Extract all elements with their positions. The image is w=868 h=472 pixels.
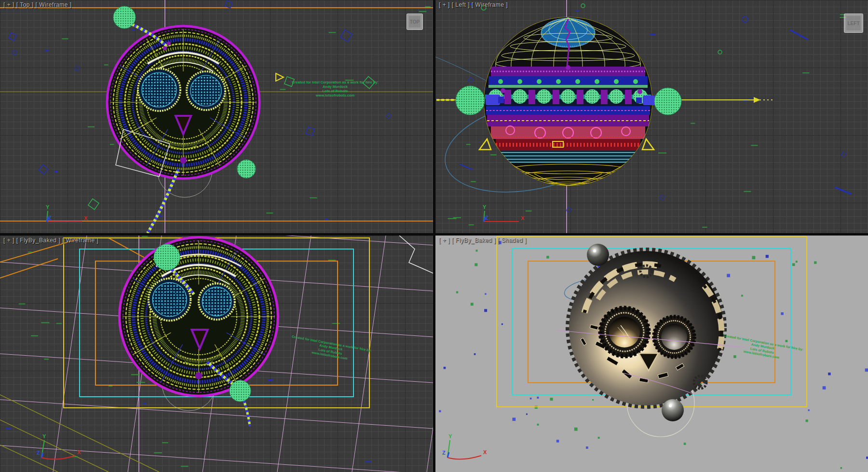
yellow-arrow-marker [276,73,284,81]
left-eye [599,307,650,357]
viewport-label[interactable]: [ + ] [ Top ] [ Wireframe ] [3,1,72,8]
white-curve [399,236,433,273]
viewport-label[interactable]: [ + ] [ FlyBy_Baked ] [ Wireframe ] [3,237,98,244]
connector-right [643,96,655,105]
green-dotted-sphere [456,86,485,115]
axis-x-label: X [521,215,525,221]
viewcube-face-label: TOP [410,19,420,25]
axis-x-label: X [84,215,88,221]
viewport-top[interactable]: Y X Z [ + ] [ Top ] [ Wireframe ] TOP Cr… [0,0,433,233]
axis-z-label: Z [485,215,488,221]
axis-tripod: Y X Z [483,204,525,222]
axis-x-label: X [77,449,81,455]
left-eye [138,69,180,111]
axis-tripod: Y X Z [442,433,487,459]
connector-left [486,95,500,105]
viewcube-face-label: LEFT [848,21,860,26]
shiny-ball-bottom [662,399,684,421]
axis-y-label: Y [46,204,50,210]
green-dotted-sphere [230,380,251,402]
green-dotted-sphere [154,244,180,270]
green-dotted-sphere [113,6,136,28]
right-eye [187,71,225,110]
axis-y-label: Y [42,433,46,439]
axis-z-label: Z [48,215,52,221]
green-dotted-sphere [237,160,256,178]
viewcube[interactable]: LEFT [844,14,863,33]
axis-y-label: Y [448,433,452,439]
axis-tripod: Y X Z [46,204,88,222]
mothership-left-view [484,17,652,186]
shiny-ball-top [587,244,609,266]
scene-left-view: Y X Z [435,0,868,233]
scene-top-view: Y X Z [0,0,433,233]
viewport-left[interactable]: Y X Z [ + ] [ Left ] [ Wireframe ] LEFT [435,0,868,233]
mothership-top-view [107,26,259,179]
viewport-flyby-wireframe[interactable]: Y X Z [ + ] [ FlyBy_Baked ] [ Wireframe … [0,236,433,472]
viewport-label[interactable]: [ + ] [ Left ] [ Wireframe ] [439,1,508,8]
right-eye [199,283,235,319]
ground-lines [0,395,159,472]
axis-z-label: Z [442,450,446,456]
right-eye [653,316,695,358]
axis-x-label: X [483,449,487,455]
axis-y-label: Y [483,204,487,210]
viewport-label[interactable]: [ + ] [ FlyBy_Baked ] [ Shaded ] [439,237,527,244]
axis-z-label: Z [37,450,40,456]
green-dotted-sphere [654,88,681,115]
watermark-text: Created for Intel Corporation as a work … [289,80,381,97]
viewport-flyby-shaded[interactable]: Y X Z [ + ] [ FlyBy_Baked ] [ Shaded ] C… [435,236,868,472]
viewport-grid: Y X Z [ + ] [ Top ] [ Wireframe ] TOP Cr… [0,0,868,472]
mothership-camera-view [120,237,278,396]
trajectory-bottom [148,169,178,233]
viewcube[interactable]: TOP [407,14,423,30]
axis-tripod: Y X Z [37,433,81,459]
